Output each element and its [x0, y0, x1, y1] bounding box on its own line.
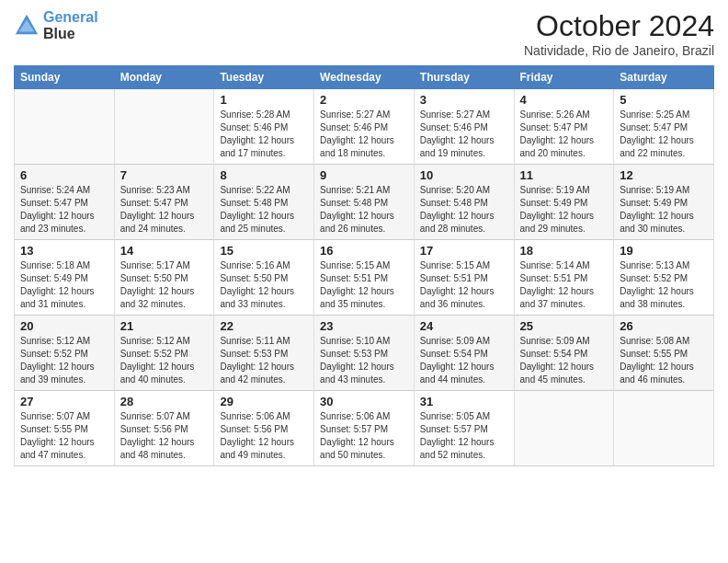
day-number: 28 [120, 395, 209, 408]
calendar-cell [114, 89, 214, 165]
calendar-week-1: 1Sunrise: 5:28 AMSunset: 5:46 PMDaylight… [15, 89, 714, 165]
day-info: Sunrise: 5:26 AMSunset: 5:47 PMDaylight:… [520, 109, 609, 160]
day-info: Sunrise: 5:27 AMSunset: 5:46 PMDaylight:… [420, 109, 508, 160]
calendar-cell: 12Sunrise: 5:19 AMSunset: 5:49 PMDayligh… [614, 165, 714, 240]
day-info: Sunrise: 5:27 AMSunset: 5:46 PMDaylight:… [320, 109, 408, 160]
day-info: Sunrise: 5:16 AMSunset: 5:50 PMDaylight:… [220, 259, 308, 311]
day-number: 21 [120, 319, 209, 333]
calendar-cell: 3Sunrise: 5:27 AMSunset: 5:46 PMDaylight… [414, 89, 514, 165]
day-info: Sunrise: 5:12 AMSunset: 5:52 PMDaylight:… [120, 335, 209, 386]
calendar-cell [514, 391, 614, 466]
calendar-cell: 5Sunrise: 5:25 AMSunset: 5:47 PMDaylight… [614, 89, 714, 165]
calendar-cell: 8Sunrise: 5:22 AMSunset: 5:48 PMDaylight… [214, 165, 314, 240]
logo-blue: Blue [43, 26, 98, 42]
day-number: 20 [20, 319, 108, 333]
day-number: 7 [120, 168, 209, 182]
calendar-cell: 20Sunrise: 5:12 AMSunset: 5:52 PMDayligh… [15, 316, 115, 391]
day-number: 27 [20, 395, 108, 408]
calendar-cell: 1Sunrise: 5:28 AMSunset: 5:46 PMDaylight… [214, 89, 314, 165]
day-info: Sunrise: 5:19 AMSunset: 5:49 PMDaylight:… [520, 184, 609, 236]
day-info: Sunrise: 5:15 AMSunset: 5:51 PMDaylight:… [420, 259, 508, 311]
day-number: 19 [620, 244, 708, 258]
day-info: Sunrise: 5:19 AMSunset: 5:49 PMDaylight:… [620, 184, 708, 236]
day-info: Sunrise: 5:15 AMSunset: 5:51 PMDaylight:… [320, 259, 408, 311]
calendar-body: 1Sunrise: 5:28 AMSunset: 5:46 PMDaylight… [15, 89, 714, 466]
day-number: 3 [420, 93, 508, 107]
day-info: Sunrise: 5:23 AMSunset: 5:47 PMDaylight:… [120, 184, 209, 236]
day-number: 10 [420, 168, 508, 182]
day-info: Sunrise: 5:20 AMSunset: 5:48 PMDaylight:… [420, 184, 508, 236]
logo-general: General [43, 9, 98, 25]
calendar-cell: 13Sunrise: 5:18 AMSunset: 5:49 PMDayligh… [15, 240, 115, 316]
title-block: October 2024 Natividade, Rio de Janeiro,… [524, 9, 714, 58]
day-number: 26 [620, 319, 708, 333]
col-wednesday: Wednesday [314, 66, 415, 89]
calendar-cell: 24Sunrise: 5:09 AMSunset: 5:54 PMDayligh… [414, 316, 514, 391]
calendar-cell: 23Sunrise: 5:10 AMSunset: 5:53 PMDayligh… [314, 316, 415, 391]
calendar-cell: 18Sunrise: 5:14 AMSunset: 5:51 PMDayligh… [514, 240, 614, 316]
day-info: Sunrise: 5:21 AMSunset: 5:48 PMDaylight:… [320, 184, 408, 236]
day-info: Sunrise: 5:09 AMSunset: 5:54 PMDaylight:… [420, 335, 508, 386]
calendar-week-5: 27Sunrise: 5:07 AMSunset: 5:55 PMDayligh… [15, 391, 714, 466]
logo-icon [14, 13, 40, 39]
month-title: October 2024 [524, 9, 714, 43]
day-number: 11 [520, 168, 609, 182]
location-subtitle: Natividade, Rio de Janeiro, Brazil [524, 43, 714, 58]
day-info: Sunrise: 5:09 AMSunset: 5:54 PMDaylight:… [520, 335, 609, 386]
day-number: 6 [20, 168, 108, 182]
logo: General Blue [14, 9, 98, 41]
day-number: 22 [220, 319, 308, 333]
day-info: Sunrise: 5:13 AMSunset: 5:52 PMDaylight:… [620, 259, 708, 311]
col-saturday: Saturday [614, 66, 714, 89]
day-number: 9 [320, 168, 408, 182]
calendar-cell: 30Sunrise: 5:06 AMSunset: 5:57 PMDayligh… [314, 391, 415, 466]
day-info: Sunrise: 5:07 AMSunset: 5:56 PMDaylight:… [120, 410, 209, 462]
day-info: Sunrise: 5:10 AMSunset: 5:53 PMDaylight:… [320, 335, 408, 386]
day-info: Sunrise: 5:14 AMSunset: 5:51 PMDaylight:… [520, 259, 609, 311]
calendar-cell: 14Sunrise: 5:17 AMSunset: 5:50 PMDayligh… [114, 240, 214, 316]
logo-text: General Blue [43, 9, 98, 41]
day-info: Sunrise: 5:12 AMSunset: 5:52 PMDaylight:… [20, 335, 108, 386]
calendar-table: Sunday Monday Tuesday Wednesday Thursday… [14, 65, 714, 466]
day-number: 17 [420, 244, 508, 258]
main-container: General Blue October 2024 Natividade, Ri… [0, 0, 728, 476]
day-number: 30 [320, 395, 408, 408]
calendar-cell: 16Sunrise: 5:15 AMSunset: 5:51 PMDayligh… [314, 240, 415, 316]
calendar-cell: 6Sunrise: 5:24 AMSunset: 5:47 PMDaylight… [15, 165, 115, 240]
calendar-week-2: 6Sunrise: 5:24 AMSunset: 5:47 PMDaylight… [15, 165, 714, 240]
calendar-cell: 9Sunrise: 5:21 AMSunset: 5:48 PMDaylight… [314, 165, 415, 240]
day-number: 12 [620, 168, 708, 182]
day-info: Sunrise: 5:06 AMSunset: 5:57 PMDaylight:… [320, 410, 408, 462]
day-info: Sunrise: 5:08 AMSunset: 5:55 PMDaylight:… [620, 335, 708, 386]
calendar-cell: 25Sunrise: 5:09 AMSunset: 5:54 PMDayligh… [514, 316, 614, 391]
day-number: 1 [220, 93, 308, 107]
day-number: 4 [520, 93, 609, 107]
calendar-cell: 19Sunrise: 5:13 AMSunset: 5:52 PMDayligh… [614, 240, 714, 316]
col-sunday: Sunday [15, 66, 115, 89]
day-number: 14 [120, 244, 209, 258]
calendar-cell: 17Sunrise: 5:15 AMSunset: 5:51 PMDayligh… [414, 240, 514, 316]
header-row: Sunday Monday Tuesday Wednesday Thursday… [15, 66, 714, 89]
calendar-week-3: 13Sunrise: 5:18 AMSunset: 5:49 PMDayligh… [15, 240, 714, 316]
day-info: Sunrise: 5:17 AMSunset: 5:50 PMDaylight:… [120, 259, 209, 311]
day-number: 16 [320, 244, 408, 258]
day-info: Sunrise: 5:22 AMSunset: 5:48 PMDaylight:… [220, 184, 308, 236]
calendar-cell: 22Sunrise: 5:11 AMSunset: 5:53 PMDayligh… [214, 316, 314, 391]
day-number: 5 [620, 93, 708, 107]
calendar-cell [614, 391, 714, 466]
day-info: Sunrise: 5:24 AMSunset: 5:47 PMDaylight:… [20, 184, 108, 236]
day-info: Sunrise: 5:18 AMSunset: 5:49 PMDaylight:… [20, 259, 108, 311]
day-number: 31 [420, 395, 508, 408]
day-info: Sunrise: 5:05 AMSunset: 5:57 PMDaylight:… [420, 410, 508, 462]
calendar-cell: 15Sunrise: 5:16 AMSunset: 5:50 PMDayligh… [214, 240, 314, 316]
col-thursday: Thursday [414, 66, 514, 89]
day-number: 13 [20, 244, 108, 258]
day-number: 18 [520, 244, 609, 258]
calendar-cell [15, 89, 115, 165]
day-number: 2 [320, 93, 408, 107]
day-number: 25 [520, 319, 609, 333]
day-info: Sunrise: 5:11 AMSunset: 5:53 PMDaylight:… [220, 335, 308, 386]
day-number: 24 [420, 319, 508, 333]
calendar-cell: 4Sunrise: 5:26 AMSunset: 5:47 PMDaylight… [514, 89, 614, 165]
calendar-header: Sunday Monday Tuesday Wednesday Thursday… [15, 66, 714, 89]
